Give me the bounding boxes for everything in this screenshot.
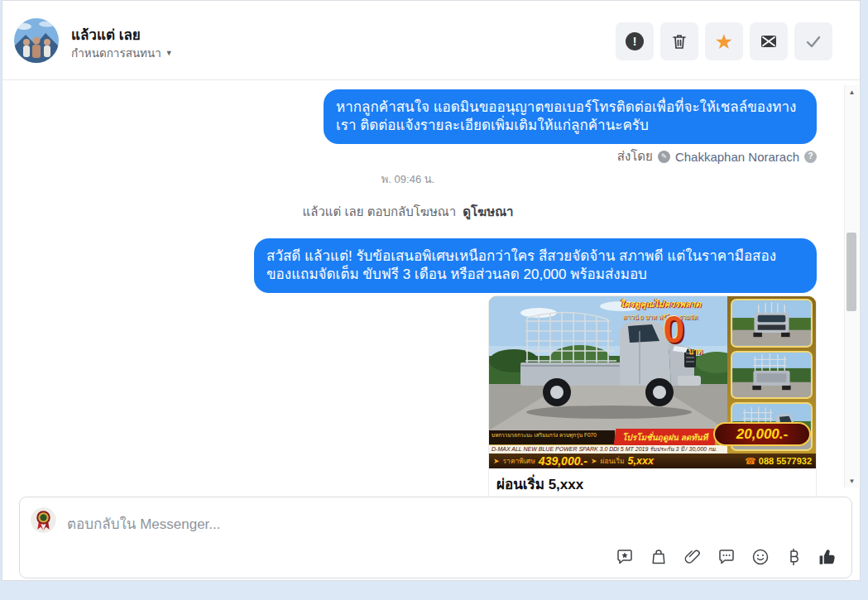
ad-phone-block: ☎ 088 5577932 [745, 456, 812, 467]
reply-input[interactable]: ตอบกลับใน Messenger... [67, 512, 221, 535]
payment-button[interactable] [784, 546, 804, 567]
exclamation-circle-icon: ! [626, 32, 644, 50]
outgoing-message-2[interactable]: สวัสดี แล้วแต่! รับข้อเสนอพิเศษเหนือกว่า… [254, 238, 817, 293]
delete-button[interactable] [660, 22, 698, 60]
ad-reply-text: แล้วแต่ เลย ตอบกลับโฆษณา [303, 204, 457, 218]
timestamp: พ. 09:46 น. [2, 170, 813, 188]
arrow-icon: ➤ [591, 457, 597, 465]
ad-discount-value: 20,000.- [736, 426, 788, 443]
chevron-down-icon: ▼ [165, 49, 173, 57]
ad-overlay-headline-block: ใครดูคุณไม่ควรพลาด ดาวน์ 0 บาท ฟรีโอน รว… [595, 297, 726, 322]
comment-button[interactable] [716, 546, 736, 567]
baht-icon [785, 547, 803, 567]
sender-name[interactable]: Chakkaphan Norarach [675, 150, 799, 164]
contact-avatar[interactable] [14, 18, 59, 63]
arrow-icon: ➤ [493, 457, 500, 465]
star-icon: ★ [715, 31, 733, 52]
ad-photo-banner: มหกรรมรถกระบะ เสริมแกร่ง ครบทุกรุ่น F070 [489, 430, 615, 444]
trash-icon [669, 31, 689, 51]
products-button[interactable] [648, 546, 669, 567]
view-ad-link[interactable]: ดูโฆษณา [463, 204, 513, 218]
ad-promo-text: โปรโมชั่นฤดูฝน ลดทันที [622, 431, 707, 444]
mark-unread-button[interactable] [750, 22, 788, 60]
ad-promo-ribbon: โปรโมชั่นฤดูฝน ลดทันที [614, 429, 717, 445]
paperclip-icon [683, 547, 703, 567]
saved-replies-button[interactable] [614, 546, 635, 567]
header-action-bar: ! ★ [616, 22, 832, 60]
sent-by-label: ส่งโดย [617, 146, 653, 166]
shopping-bag-icon [649, 547, 669, 567]
scrollbar-thumb[interactable] [846, 233, 856, 311]
ad-baht-label: บาท [688, 346, 703, 358]
thumbs-up-icon [818, 546, 838, 568]
conversation-schedule-menu[interactable]: กำหนดการสนทนา ▼ [71, 44, 173, 62]
bubble-star-icon [615, 547, 635, 567]
scroll-down-arrow[interactable]: ▼ [845, 474, 859, 487]
ad-thumb-front-view [731, 299, 813, 348]
conversation-header: แล้วแต่ เลย กำหนดการสนทนา ▼ ! ★ [2, 1, 860, 80]
page-avatar [31, 507, 56, 533]
avatar-photo [14, 18, 59, 63]
ad-zero-down: 0 [663, 310, 684, 348]
ad-spec-line: D-MAX ALL NEW BLUE POWER SPARK 3.0 DDi 5… [489, 445, 727, 454]
attach-file-button[interactable] [682, 546, 703, 567]
bubble-dots-icon [717, 547, 736, 567]
scroll-up-arrow[interactable]: ▲ [845, 85, 859, 98]
like-button[interactable] [818, 546, 838, 567]
ad-phone-number: 088 5577932 [759, 456, 812, 466]
report-button[interactable]: ! [616, 22, 654, 60]
ad-installment-label: ผ่อนเริ่ม [601, 455, 625, 467]
envelope-x-icon [759, 31, 779, 51]
emoji-button[interactable] [750, 546, 770, 567]
conversation-card: แล้วแต่ เลย กำหนดการสนทนา ▼ ! ★ [2, 0, 861, 581]
outgoing-message-1[interactable]: หากลูกค้าสนใจ แอดมินขออนุญาตขอเบอร์โทรติ… [324, 89, 817, 144]
ad-attachment[interactable]: ใครดูคุณไม่ควรพลาด ดาวน์ 0 บาท ฟรีโอน รว… [488, 295, 817, 503]
question-circle-icon[interactable]: ? [804, 151, 817, 163]
ad-price-bar: ➤ ราคาพิเศษ 439,000.- ➤ ผ่อนเริ่ม 5,xxx … [489, 454, 816, 468]
ad-overlay-subline: ดาวน์ 0 บาท ฟรีโอน รวมจัด [595, 312, 726, 322]
mark-done-button[interactable] [794, 22, 832, 60]
page-logo [31, 507, 56, 533]
ad-price-label: ราคาพิเศษ [503, 455, 535, 467]
contact-name[interactable]: แล้วแต่ เลย [71, 23, 141, 46]
ad-installment-value: 5,xxx [628, 455, 654, 467]
ad-overlay-headline: ใครดูคุณไม่ควรพลาด [595, 297, 726, 311]
conversation-schedule-label: กำหนดการสนทนา [71, 44, 161, 62]
reply-composer[interactable]: ตอบกลับใน Messenger... [19, 497, 852, 578]
message-list: หากลูกค้าสนใจ แอดมินขออนุญาตขอเบอร์โทรติ… [2, 80, 860, 495]
ad-main-photo: ใครดูคุณไม่ควรพลาด ดาวน์ 0 บาท ฟรีโอน รว… [489, 296, 727, 430]
pencil-circle-icon: ✎ [658, 151, 670, 163]
ad-image: ใครดูคุณไม่ควรพลาด ดาวน์ 0 บาท ฟรีโอน รว… [489, 296, 816, 468]
phone-icon: ☎ [745, 456, 756, 467]
smiley-icon [751, 547, 770, 567]
ad-thumb-rear-view [731, 351, 813, 400]
chat-scrollbar[interactable]: ▲ ▼ [844, 85, 859, 487]
follow-up-button[interactable]: ★ [705, 22, 743, 60]
check-icon [803, 31, 823, 51]
composer-toolbar [614, 546, 838, 567]
page: { "glyphs": { "caret_down": "▼", "scroll… [0, 0, 868, 600]
ad-price-value: 439,000.- [539, 454, 587, 468]
ad-discount-badge: 20,000.- [713, 422, 811, 446]
sent-by-line: ส่งโดย ✎ Chakkaphan Norarach ? [617, 146, 817, 166]
ad-reply-context: แล้วแต่ เลย ตอบกลับโฆษณา ดูโฆษณา [2, 202, 813, 222]
